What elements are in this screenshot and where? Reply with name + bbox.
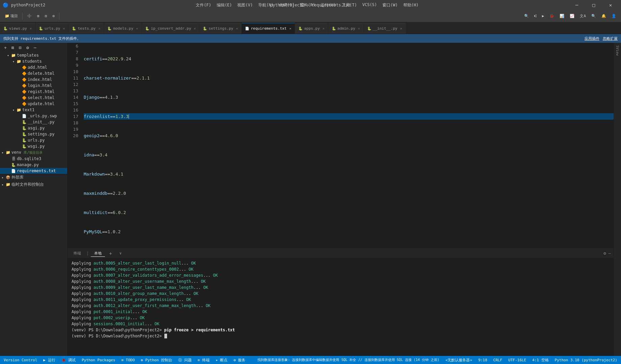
code-editor[interactable]: certifi==2022.9.24 charset-normalizer==2… <box>81 43 614 248</box>
tab-close-models[interactable]: ✕ <box>136 27 138 30</box>
toolbar-search-main[interactable]: 🔍 <box>589 13 598 19</box>
tab-add-terminal[interactable]: + <box>106 250 115 257</box>
tab-close-apps[interactable]: ✕ <box>323 27 325 30</box>
sidebar-dots-button[interactable]: ⋯ <box>32 44 38 51</box>
toolbar-translate[interactable]: 文A <box>578 13 588 19</box>
todo-status[interactable]: ≡ TODO <box>120 358 136 362</box>
tab-admin-py[interactable]: 🐍 admin.py ✕ <box>328 23 364 34</box>
tab-close-settings[interactable]: ✕ <box>236 27 238 30</box>
db-server-status[interactable]: «无默认服务器» <box>444 358 473 363</box>
tree-item-external-libs[interactable]: ▸ 📦 外部库 <box>0 174 67 181</box>
toolbar-expand[interactable]: ⊞ <box>35 13 42 19</box>
menu-file[interactable]: 文件(F) <box>194 2 213 9</box>
tree-item-index-html[interactable]: 🔶 index.html <box>0 77 67 83</box>
tab-close-admin[interactable]: ✕ <box>358 27 360 30</box>
close-button[interactable]: ✕ <box>603 0 618 10</box>
tree-item-text1[interactable]: ▾ 📁 text1 <box>0 107 67 113</box>
tree-item-add-html[interactable]: 🔶 add.html <box>0 64 67 70</box>
tree-item-manage-py[interactable]: 🐍 manage.py <box>0 162 67 168</box>
tab-local[interactable]: 本地 <box>91 250 105 257</box>
tree-item-students[interactable]: ▾ 📁 students <box>0 58 67 64</box>
toolbar-notifications[interactable]: 🔔 <box>599 13 608 19</box>
maximize-button[interactable]: □ <box>586 0 601 10</box>
sidebar-add-button[interactable]: + <box>2 44 9 51</box>
tree-item-select-html[interactable]: 🔶 select.html <box>0 95 67 101</box>
sidebar-expand-button[interactable]: ⊞ <box>9 44 16 51</box>
tab-close-urls[interactable]: ✕ <box>63 27 65 30</box>
db-connection-status[interactable]: 找到数据库连接形象: 连接到数据库中编辑数据并使用 SQL 补全 // 连接到数… <box>256 358 440 362</box>
menu-edit[interactable]: 编辑(E) <box>215 2 234 9</box>
tree-item-venv[interactable]: ▸ 📁 venv 库/项目目录 <box>0 149 67 156</box>
debug-status[interactable]: 🐞 调试 <box>60 358 77 363</box>
python-console-status[interactable]: ⊕ Python 控制台 <box>140 358 173 363</box>
menu-vcs[interactable]: VCS(S) <box>360 2 379 9</box>
encoding[interactable]: UTF-16LE <box>507 358 527 362</box>
terminal-status[interactable]: ≡ 终端 <box>197 358 211 363</box>
tab-terminal[interactable]: 终端 <box>70 250 84 256</box>
sidebar-collapse-button[interactable]: ⊟ <box>17 44 24 51</box>
tree-item-urls-py[interactable]: 🐍 urls.py <box>0 137 67 143</box>
tree-item-temp-files[interactable]: ▸ 📁 临时文件和控制台 <box>0 181 67 188</box>
tab-init-py[interactable]: 🐍 __init__.py ✕ <box>364 23 406 34</box>
tab-settings-py[interactable]: 🐍 settings.py ✕ <box>199 23 242 34</box>
tab-tests-py[interactable]: 🐍 tests.py ✕ <box>69 23 104 34</box>
tree-item-requirements-txt[interactable]: 📄 requirements.txt <box>0 168 67 174</box>
menu-help[interactable]: 帮助(H) <box>401 2 421 9</box>
tab-dropdown[interactable]: ∨ <box>116 250 125 256</box>
sidebar-settings-button[interactable]: ⚙ <box>24 44 31 51</box>
problems-status[interactable]: ⓪ 问题 <box>177 358 193 363</box>
toolbar-collapse[interactable]: ⊟ <box>43 13 49 19</box>
tree-item-settings-py[interactable]: 🐍 settings.py <box>0 131 67 137</box>
editor-content[interactable]: 6 7 8 9 10 11 12 13 14 15 16 17 18 19 20 <box>68 43 614 248</box>
tab-models-py[interactable]: 🐍 models.py ✕ <box>104 23 142 34</box>
version-control-status[interactable]: Version Control <box>3 358 38 362</box>
sview-button[interactable]: SView <box>615 44 620 57</box>
toolbar-add[interactable]: ➕ <box>25 13 34 19</box>
menu-window[interactable]: 窗口(W) <box>380 2 400 9</box>
toolbar-avatar[interactable]: 👤 <box>610 13 618 19</box>
toolbar-debug[interactable]: 🐞 <box>547 13 556 19</box>
tree-item-urls-swp[interactable]: 📄 _urls.py.swp <box>0 113 67 119</box>
python-interpreter[interactable]: Python 3.10 (pythonProject2) <box>554 358 618 362</box>
tab-urls-py[interactable]: 🐍 urls.py ✕ <box>35 23 69 34</box>
minimize-button[interactable]: ─ <box>569 0 585 10</box>
python-packages-status[interactable]: Python Packages <box>81 358 116 362</box>
toolbar-search[interactable]: 🔍 <box>522 13 531 19</box>
cursor-position[interactable]: 9:18 <box>477 358 488 362</box>
ignore-extension-button[interactable]: 忽略扩展 <box>603 36 618 41</box>
tree-item-login-html[interactable]: 🔶 login.html <box>0 83 67 89</box>
indent-info[interactable]: 4:1 空格 <box>531 358 550 363</box>
tree-item-wsgi-py[interactable]: 🐍 wsgi.py <box>0 143 67 149</box>
toolbar-settings[interactable]: ⚙ <box>50 13 57 19</box>
tree-item-init-py[interactable]: 🐍 __init__.py <box>0 119 67 125</box>
breakpoints-status[interactable]: ✦ 断点 <box>215 358 228 363</box>
menu-view[interactable]: 视图(V) <box>235 2 255 9</box>
tab-requirements-txt[interactable]: 📄 requirements.txt ✕ <box>242 23 295 34</box>
tree-item-regist-html[interactable]: 🔶 regist.html <box>0 89 67 95</box>
terminal-close-button[interactable]: — <box>608 251 611 256</box>
tree-item-db-sqlite3[interactable]: 🗄 db.sqlite3 <box>0 156 67 162</box>
toolbar-git[interactable]: ⑆ <box>532 13 539 19</box>
line-ending[interactable]: CRLF <box>492 358 504 362</box>
tree-item-update-html[interactable]: 🔶 update.html <box>0 101 67 107</box>
tree-item-delete-html[interactable]: 🔶 delete.html <box>0 70 67 77</box>
tab-views-py[interactable]: 🐍 views.py ✕ <box>0 23 35 34</box>
terminal-content[interactable]: Applying auth.0005_alter_user_last_login… <box>68 258 614 356</box>
tab-apps-py[interactable]: 🐍 apps.py ✕ <box>295 23 328 34</box>
toolbar-project[interactable]: 📁 项目 <box>3 13 20 19</box>
tab-close-ip[interactable]: ✕ <box>194 27 196 30</box>
services-status[interactable]: ⚙ 服务 <box>233 358 246 363</box>
tab-close-tests[interactable]: ✕ <box>98 27 100 30</box>
apply-plugin-button[interactable]: 应用插件 <box>585 36 599 41</box>
toolbar-run-config[interactable]: ▶ <box>540 13 546 19</box>
tab-close-req[interactable]: ✕ <box>289 27 291 30</box>
tree-item-asgi-py[interactable]: 🐍 asgi.py <box>0 125 67 131</box>
run-status[interactable]: ▶ 运行 <box>42 358 56 363</box>
toolbar-profile[interactable]: 📊 <box>558 13 566 19</box>
tab-close-init[interactable]: ✕ <box>400 27 402 30</box>
tab-close-views[interactable]: ✕ <box>30 27 32 30</box>
tab-ip-convert[interactable]: 🐍 ip_convert_addr.py ✕ <box>142 23 199 34</box>
terminal-settings-button[interactable]: ⚙ <box>603 251 606 256</box>
toolbar-coverage[interactable]: 📈 <box>568 13 576 19</box>
tree-item-templates[interactable]: ▾ 📁 templates <box>0 52 67 58</box>
